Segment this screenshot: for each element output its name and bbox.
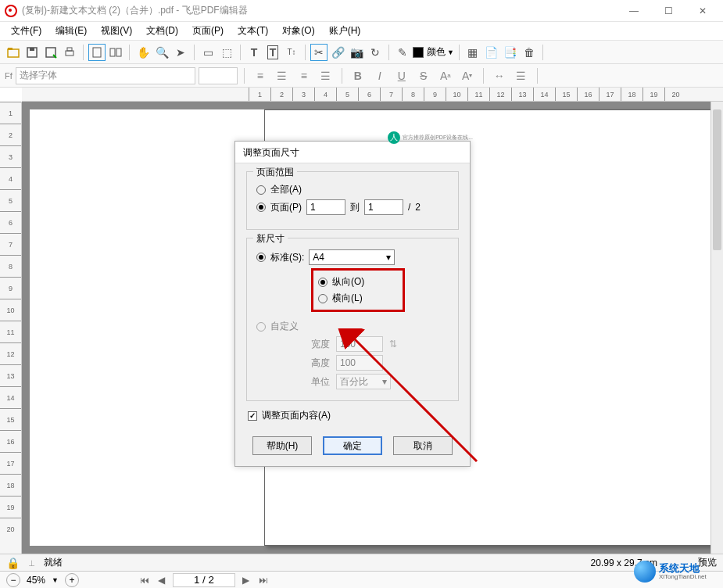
- status-bar: 🔒 ⟂ 就绪 20.99 x 29.7 cm 预览: [0, 554, 723, 571]
- promo-badge: 人 官方推荐原创PDF设备在线...: [388, 131, 473, 144]
- page-range-fieldset: 页面范围 全部(A) 页面(P) 到 / 2: [246, 171, 459, 230]
- zoom-bar: − 45% ▼ + ⏮ ◀ ▶ ⏭: [0, 571, 723, 588]
- svg-rect-5: [66, 51, 73, 56]
- menu-edit[interactable]: 编辑(E): [49, 23, 93, 39]
- delete-page-icon[interactable]: 🗑: [521, 44, 538, 61]
- align-left-icon[interactable]: ≡: [251, 67, 270, 84]
- superscript-icon[interactable]: Aa: [436, 67, 455, 84]
- first-page-button[interactable]: ⏮: [138, 575, 151, 586]
- align-center-icon[interactable]: ☰: [273, 67, 292, 84]
- adjust-content-checkbox[interactable]: [248, 411, 257, 421]
- watermark-logo: 系统天地 XiTongTianDi.net: [634, 558, 720, 585]
- menu-account[interactable]: 账户(H): [323, 23, 367, 39]
- maximize-button[interactable]: ☐: [659, 5, 678, 16]
- camera-icon[interactable]: 📷: [348, 44, 365, 61]
- font-size-selector[interactable]: [199, 67, 238, 84]
- bold-icon[interactable]: B: [349, 67, 367, 84]
- line-spacing-icon[interactable]: ☰: [512, 67, 531, 84]
- svg-rect-0: [8, 49, 19, 57]
- dialog-title: 调整页面尺寸: [235, 142, 470, 163]
- open-icon[interactable]: [5, 44, 22, 61]
- svg-rect-1: [8, 48, 13, 50]
- last-page-button[interactable]: ⏭: [257, 575, 270, 586]
- landscape-radio[interactable]: [318, 294, 327, 303]
- zoom-out-button[interactable]: −: [6, 573, 20, 587]
- add-page-icon[interactable]: 📄: [483, 44, 500, 61]
- text-size-icon[interactable]: T↕: [283, 44, 300, 61]
- insert-page-icon[interactable]: 📑: [502, 44, 519, 61]
- zoom-level[interactable]: 45%: [27, 575, 45, 586]
- svg-rect-7: [93, 48, 101, 57]
- paper-size-select[interactable]: A4▾: [309, 249, 395, 265]
- main-toolbar: ✋ 🔍 ➤ ▭ ⬚ T T T↕ ✂ 🔗 📷 ↻ ✎ 颜色 ▼ ▦ 📄 📑 🗑: [0, 41, 723, 64]
- vertical-scrollbar[interactable]: [710, 102, 723, 554]
- font-selector[interactable]: 选择字体: [16, 67, 195, 84]
- page-layout-icon[interactable]: [88, 44, 106, 61]
- title-bar: (复制)-新建文本文档 (2)（合并）.pdf - 飞思PDF编辑器 — ☐ ✕: [0, 0, 723, 22]
- menu-file[interactable]: 文件(F): [5, 23, 48, 39]
- menu-view[interactable]: 视图(V): [95, 23, 138, 39]
- landscape-label: 横向(L): [332, 292, 363, 305]
- two-page-icon[interactable]: [107, 44, 124, 61]
- link-icon[interactable]: 🔗: [329, 44, 346, 61]
- char-spacing-icon[interactable]: ↔: [490, 67, 509, 84]
- align-justify-icon[interactable]: ☰: [317, 67, 335, 84]
- chevron-down-icon: ▾: [386, 252, 391, 263]
- height-input: [336, 355, 383, 371]
- print-icon[interactable]: [61, 44, 78, 61]
- width-input: [336, 336, 383, 352]
- form-icon[interactable]: ▦: [464, 44, 481, 61]
- orientation-highlight: 纵向(O) 横向(L): [311, 268, 405, 312]
- help-button[interactable]: 帮助(H): [252, 436, 312, 455]
- close-button[interactable]: ✕: [693, 5, 712, 16]
- zoom-icon[interactable]: 🔍: [153, 44, 170, 61]
- page-number-input[interactable]: [173, 573, 235, 587]
- color-swatch[interactable]: [413, 47, 424, 58]
- zoom-in-button[interactable]: +: [65, 573, 79, 587]
- resize-page-dialog: 调整页面尺寸 页面范围 全部(A) 页面(P) 到 / 2 新尺寸 标准(S):: [234, 141, 471, 467]
- menu-object[interactable]: 对象(O): [276, 23, 320, 39]
- status-text: 就绪: [44, 556, 63, 569]
- menu-text[interactable]: 文本(T): [231, 23, 274, 39]
- menu-page[interactable]: 页面(P): [186, 23, 230, 39]
- custom-size-radio[interactable]: [256, 322, 266, 332]
- vertical-ruler: 12345 678910 1112131415 1617181920: [0, 102, 22, 554]
- save-icon[interactable]: [23, 44, 41, 61]
- next-page-button[interactable]: ▶: [240, 575, 252, 586]
- italic-icon[interactable]: I: [370, 67, 389, 84]
- textbox-icon[interactable]: T: [264, 44, 281, 61]
- all-pages-radio[interactable]: [256, 185, 266, 195]
- page-to-input[interactable]: [364, 199, 403, 215]
- link-dims-icon: ⇅: [389, 339, 397, 350]
- color-dropdown-icon[interactable]: ▼: [447, 48, 454, 56]
- crop-icon[interactable]: ✂: [310, 44, 327, 61]
- select-rect-icon[interactable]: ▭: [199, 44, 217, 61]
- hand-icon[interactable]: ✋: [134, 44, 152, 61]
- select-text-icon[interactable]: ⬚: [218, 44, 235, 61]
- minimize-button[interactable]: —: [625, 5, 643, 16]
- scrollbar-thumb[interactable]: [713, 109, 721, 250]
- badge-icon: 人: [388, 131, 400, 144]
- unit-select: 百分比▾: [336, 374, 391, 389]
- strike-icon[interactable]: S: [414, 67, 433, 84]
- saveas-icon[interactable]: [42, 44, 59, 61]
- subscript-icon[interactable]: A▾: [458, 67, 477, 84]
- pointer-icon[interactable]: ➤: [172, 44, 189, 61]
- page-range-radio[interactable]: [256, 203, 266, 212]
- pen-icon[interactable]: ✎: [394, 44, 411, 61]
- ok-button[interactable]: 确定: [323, 436, 382, 455]
- menu-document[interactable]: 文档(D): [140, 23, 184, 39]
- standard-size-radio[interactable]: [256, 253, 266, 262]
- prev-page-button[interactable]: ◀: [156, 575, 168, 586]
- app-icon: [5, 5, 17, 17]
- cancel-button[interactable]: 取消: [393, 436, 453, 455]
- page-from-input[interactable]: [306, 199, 345, 215]
- refresh-icon[interactable]: ↻: [367, 44, 384, 61]
- portrait-radio[interactable]: [318, 278, 327, 287]
- text-tool-icon[interactable]: T: [245, 44, 263, 61]
- custom-size-label: 自定义: [270, 320, 299, 333]
- zoom-dropdown-icon[interactable]: ▼: [52, 576, 59, 584]
- align-right-icon[interactable]: ≡: [295, 67, 313, 84]
- underline-icon[interactable]: U: [392, 67, 411, 84]
- color-label: 颜色: [427, 45, 446, 59]
